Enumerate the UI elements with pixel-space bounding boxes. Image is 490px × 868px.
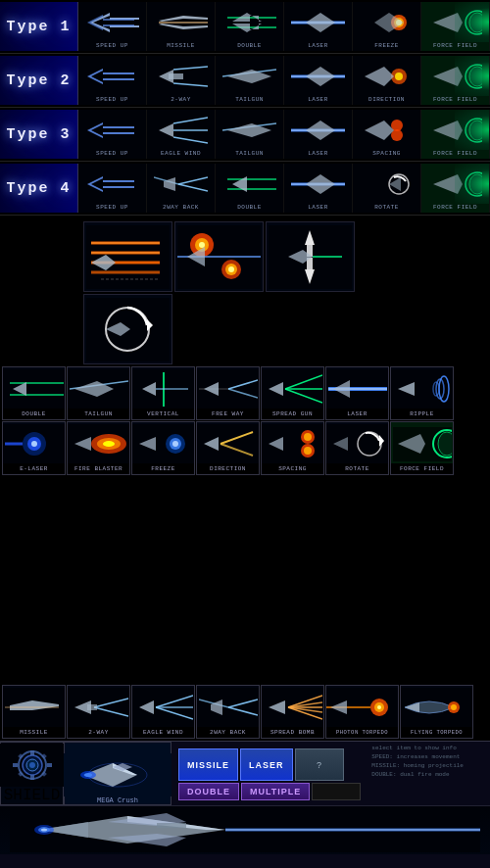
type4-2wayback[interactable]: 2WAY BACK [147, 164, 216, 213]
type2-row: Type 2 SPEED UP [0, 54, 490, 108]
type4-forcefield[interactable]: FORCE FIELD [421, 164, 490, 213]
svg-point-170 [103, 441, 115, 447]
type3-spacing[interactable]: SPACING [353, 110, 421, 159]
weapon-2wayback[interactable]: 2WAY BACK [196, 685, 260, 739]
type2-2way[interactable]: 2-WAY [147, 56, 216, 105]
weapon-direction[interactable]: DIRECTION [196, 421, 260, 475]
demo-rotate [83, 294, 172, 364]
weapon-double[interactable]: DOUBLE [2, 366, 66, 420]
type3-items: SPEED UP EAGLE WIND [78, 110, 490, 159]
svg-marker-19 [87, 69, 134, 84]
svg-point-221 [41, 829, 47, 832]
svg-point-213 [84, 773, 92, 777]
weapon-forcefield-icon[interactable]: FORCE FIELD [390, 421, 454, 475]
svg-marker-61 [306, 174, 335, 194]
type3-tailgun[interactable]: TAILGUN [216, 110, 284, 159]
svg-marker-39 [159, 123, 173, 137]
type2-tailgun[interactable]: TAILGUN [216, 56, 284, 105]
type2-label: Type 2 [0, 56, 78, 105]
weapon-spacing[interactable]: SPACING [261, 421, 324, 475]
demo-explosion [174, 221, 264, 292]
svg-rect-198 [30, 750, 34, 755]
svg-marker-28 [306, 67, 335, 86]
svg-line-36 [173, 118, 208, 123]
svg-rect-200 [13, 763, 18, 767]
svg-point-183 [304, 433, 312, 441]
type3-row: Type 3 SPEED UP [0, 108, 490, 162]
weapon-freeze[interactable]: FREEZE [131, 421, 195, 475]
svg-marker-31 [365, 67, 394, 86]
shield-box[interactable]: SHIELD [0, 742, 64, 805]
svg-point-193 [438, 432, 452, 456]
weapon-spreadbomb[interactable]: SPREAD BOMB [261, 685, 324, 739]
svg-marker-0 [90, 13, 139, 32]
weapon-eaglewind[interactable]: EAGLE WIND [131, 685, 195, 739]
missile-button[interactable]: MISSILE [178, 748, 238, 781]
type2-forcefield[interactable]: FORCE FIELD [421, 56, 490, 105]
type4-double[interactable]: DOUBLE [216, 164, 284, 213]
svg-marker-51 [87, 176, 134, 192]
type1-row: Type 1 SPEED UP [0, 0, 490, 54]
weapon-missile[interactable]: MISSILE [2, 685, 66, 739]
type2-laser[interactable]: LASER [284, 56, 353, 105]
demo-grid [0, 219, 490, 366]
large-ship-display [0, 805, 490, 854]
svg-marker-55 [164, 177, 175, 191]
type4-rotate[interactable]: ROTATE [353, 164, 421, 213]
svg-point-130 [451, 704, 457, 710]
weapon-rotate[interactable]: ROTATE [325, 421, 389, 475]
svg-rect-201 [47, 763, 52, 767]
type2-speedup[interactable]: SPEED UP [78, 56, 147, 105]
btn-row-1: MISSILE LASER ? [174, 745, 365, 783]
svg-point-185 [304, 447, 312, 455]
weapon-vertical[interactable]: VERTICAL [131, 366, 195, 420]
weapon-grid-row3: E-LASER FIRE BLASTER FREEZE [0, 421, 490, 476]
weapon-tailgun[interactable]: TAILGUN [67, 366, 130, 420]
type3-eaglewind[interactable]: EAGLE WIND [147, 110, 216, 159]
demo-speed [83, 221, 172, 292]
weapon-grid-row2: DOUBLE TAILGUN VERTICAL [0, 366, 490, 421]
weapon-2way[interactable]: 2-WAY [67, 685, 130, 739]
svg-line-53 [178, 184, 208, 191]
svg-marker-35 [87, 122, 134, 138]
weapon-freeway[interactable]: FREE WAY [196, 366, 260, 420]
empty-button[interactable] [312, 783, 361, 800]
type4-speedup[interactable]: SPEED UP [78, 164, 147, 213]
weapon-ripple[interactable]: RIPPLE [390, 366, 454, 420]
mega-crush-box[interactable]: MEGA Crush [64, 742, 172, 805]
svg-point-207 [29, 762, 35, 768]
type2-direction[interactable]: DIRECTION [353, 56, 421, 105]
question-button[interactable]: ? [295, 748, 344, 781]
double-button[interactable]: DOUBLE [178, 783, 239, 800]
type1-laser[interactable]: LASER [284, 2, 353, 51]
type1-items: SPEED UP MISSILE [78, 2, 490, 51]
type1-forcefield[interactable]: FORCE FIELD [421, 2, 490, 51]
svg-rect-199 [30, 775, 34, 780]
multiple-button[interactable]: MULTIPLE [241, 783, 310, 800]
type1-freeze[interactable]: FREEZE [353, 2, 421, 51]
weapon-fireblaster[interactable]: FIRE BLASTER [67, 421, 130, 475]
type3-laser[interactable]: LASER [284, 110, 353, 159]
type1-double[interactable]: DOUBLE [216, 2, 284, 51]
weapon-photon[interactable]: PHOTON TORPEDO [325, 685, 399, 739]
svg-marker-2 [159, 16, 208, 22]
type4-laser[interactable]: LASER [284, 164, 353, 213]
weapon-spreadgun[interactable]: SPREAD GUN [261, 366, 324, 420]
weapon-elaser[interactable]: E-LASER [2, 421, 66, 475]
type1-speedup[interactable]: SPEED UP [78, 2, 147, 51]
type3-label: Type 3 [0, 110, 78, 159]
weapon-flying[interactable]: FLYING TORPEDO [400, 685, 473, 739]
bottom-panel: SHIELD MEGA Crush [0, 741, 490, 868]
button-area: MISSILE LASER ? DOUBLE MULTIPLE [172, 742, 368, 805]
type1-missile[interactable]: MISSILE [147, 2, 216, 51]
type4-row: Type 4 SPEED UP [0, 162, 490, 216]
svg-marker-44 [306, 121, 335, 140]
type3-speedup[interactable]: SPEED UP [78, 110, 147, 159]
svg-marker-1 [87, 15, 134, 30]
laser-button[interactable]: LASER [240, 748, 293, 781]
svg-marker-47 [365, 121, 394, 140]
type3-forcefield[interactable]: FORCE FIELD [421, 110, 490, 159]
type4-label: Type 4 [0, 164, 78, 213]
svg-point-165 [31, 441, 37, 447]
weapon-laser-icon[interactable]: LASER [325, 366, 389, 420]
